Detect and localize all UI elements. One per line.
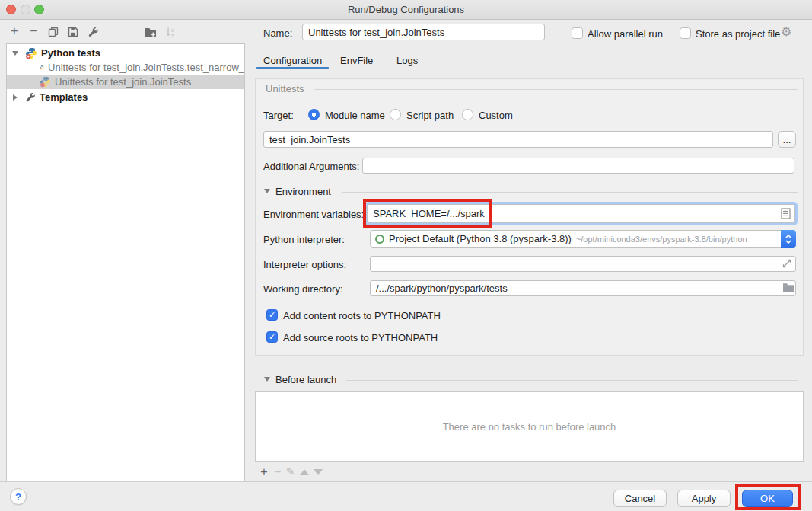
additional-arguments-label: Additional Arguments: — [263, 161, 359, 172]
conda-environment-icon — [375, 235, 384, 244]
working-directory-label: Working directory: — [263, 283, 343, 295]
before-launch-rule — [346, 380, 798, 381]
store-as-project-file-label: Store as project file — [696, 28, 780, 40]
environment-collapse-icon[interactable] — [264, 189, 270, 193]
before-launch-collapse-icon[interactable] — [264, 377, 270, 382]
python-interpreter-select[interactable]: Project Default (Python 3.8 (pyspark-3.8… — [370, 230, 796, 248]
active-tab-underline — [256, 67, 329, 69]
interpreter-options-input[interactable] — [370, 256, 796, 272]
gear-icon[interactable]: ⚙ — [781, 24, 791, 39]
target-module-name-radio[interactable] — [308, 109, 320, 120]
python-interpreter-value: Project Default (Python 3.8 (pyspark-3.8… — [389, 233, 572, 244]
move-task-down-icon[interactable] — [314, 469, 323, 475]
window-title: Run/Debug Configurations — [0, 0, 812, 19]
tree-item-label: Templates — [40, 91, 88, 103]
svg-text:z: z — [171, 33, 174, 38]
remove-configuration-icon[interactable]: − — [27, 24, 40, 38]
add-source-roots-checkbox[interactable]: ✓ — [266, 331, 278, 343]
collapse-icon[interactable] — [12, 51, 18, 56]
unittests-group-title: Unittests — [266, 83, 304, 94]
add-content-roots-label: Add content roots to PYTHONPATH — [283, 310, 441, 321]
chevron-up-down-icon — [783, 232, 794, 246]
templates-wrench-icon — [25, 92, 36, 103]
cancel-button[interactable]: Cancel — [613, 490, 667, 507]
add-content-roots-checkbox[interactable]: ✓ — [266, 309, 278, 321]
tree-item-jointests-selected[interactable]: Unittests for test_join.JoinTests — [7, 75, 244, 89]
name-input[interactable]: Unittests for test_join.JoinTests — [302, 24, 545, 40]
tree-item-python-tests[interactable]: Python tests — [7, 46, 244, 60]
add-task-icon[interactable]: + — [257, 465, 271, 479]
additional-arguments-input[interactable] — [362, 158, 794, 174]
module-name-value: test_join.JoinTests — [269, 134, 350, 145]
python-test-config-icon — [40, 62, 44, 73]
zoom-window-button[interactable] — [34, 5, 44, 14]
target-module-name-label: Module name — [325, 110, 385, 121]
tree-item-label: Unittests for test_join.JoinTests.test_n… — [48, 62, 244, 73]
copy-configuration-icon[interactable] — [46, 25, 60, 39]
before-launch-empty-text: There are no tasks to run before launch — [443, 421, 616, 433]
expand-icon[interactable] — [13, 94, 18, 101]
unittests-group-rule — [314, 89, 798, 90]
move-task-up-icon[interactable] — [300, 469, 309, 475]
working-directory-input[interactable]: /.../spark/python/pyspark/tests — [370, 280, 796, 296]
browse-folder-icon[interactable] — [782, 283, 794, 292]
add-configuration-icon[interactable]: + — [8, 24, 21, 38]
sort-configurations-icon[interactable]: az — [164, 25, 177, 39]
tab-envfile[interactable]: EnvFile — [340, 55, 373, 66]
tree-item-label: Python tests — [41, 47, 100, 59]
add-source-roots-label: Add source roots to PYTHONPATH — [283, 332, 438, 343]
python-interpreter-path: ~/opt/miniconda3/envs/pyspark-3.8/bin/py… — [576, 235, 747, 244]
create-folder-icon[interactable] — [144, 25, 158, 39]
target-custom-label: Custom — [479, 110, 513, 121]
save-configuration-icon[interactable] — [66, 25, 80, 39]
before-launch-header: Before launch — [275, 374, 336, 385]
close-window-button[interactable] — [6, 5, 16, 14]
configurations-tree: Python tests Unittests for test_join.Joi… — [6, 43, 245, 482]
working-directory-value: /.../spark/python/pyspark/tests — [376, 283, 508, 294]
title-bar: Run/Debug Configurations — [0, 0, 812, 20]
python-tests-icon — [25, 47, 37, 59]
module-name-input[interactable]: test_join.JoinTests — [263, 131, 773, 148]
svg-text:a: a — [171, 27, 174, 33]
expand-field-icon[interactable] — [782, 259, 791, 268]
interpreter-options-label: Interpreter options: — [263, 259, 346, 270]
environment-header: Environment — [275, 186, 331, 197]
annotation-box-environment-variables — [363, 199, 492, 228]
edit-templates-icon[interactable] — [86, 25, 100, 39]
python-test-config-icon — [40, 76, 51, 88]
remove-task-icon[interactable]: − — [271, 465, 285, 479]
tab-logs[interactable]: Logs — [396, 55, 418, 66]
edit-task-icon[interactable]: ✎ — [286, 465, 295, 477]
name-label: Name: — [263, 27, 292, 39]
interpreter-dropdown-stepper[interactable] — [781, 230, 796, 248]
tab-configuration[interactable]: Configuration — [263, 55, 322, 66]
annotation-box-ok-button — [735, 484, 801, 510]
environment-variables-label: Environment variables: — [263, 209, 364, 220]
allow-parallel-run-checkbox[interactable] — [572, 27, 583, 39]
tree-item-templates[interactable]: Templates — [7, 90, 244, 104]
target-script-path-label: Script path — [406, 110, 454, 121]
minimize-window-button[interactable] — [21, 5, 30, 14]
store-as-project-file-checkbox[interactable] — [680, 27, 691, 39]
target-label: Target: — [263, 110, 294, 121]
python-interpreter-label: Python interpreter: — [263, 234, 345, 245]
name-value: Unittests for test_join.JoinTests — [308, 27, 444, 38]
footer-separator — [0, 481, 812, 482]
target-script-path-radio[interactable] — [390, 109, 401, 120]
apply-button[interactable]: Apply — [677, 490, 731, 507]
edit-environment-variables-icon[interactable] — [781, 208, 791, 219]
environment-rule — [342, 192, 798, 193]
tree-item-label: Unittests for test_join.JoinTests — [55, 76, 191, 88]
target-custom-radio[interactable] — [462, 109, 473, 120]
configurations-toolbar: + − az — [0, 23, 251, 41]
tree-item-test-narrow[interactable]: Unittests for test_join.JoinTests.test_n… — [7, 60, 244, 75]
browse-module-button[interactable]: ... — [778, 131, 796, 148]
before-launch-task-list: There are no tasks to run before launch — [255, 391, 804, 462]
help-button[interactable]: ? — [10, 488, 27, 505]
allow-parallel-run-label: Allow parallel run — [588, 28, 663, 40]
